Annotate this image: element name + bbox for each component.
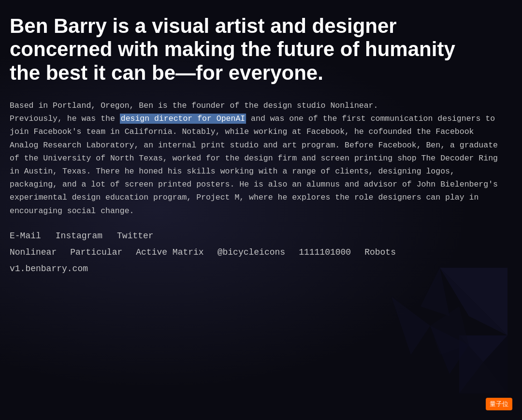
bio-highlight: design director for OpenAI	[120, 114, 246, 124]
nonlinear-link[interactable]: Nonlinear	[10, 247, 57, 257]
watermark-badge: 量子位	[486, 398, 512, 410]
bicycle-icons-link[interactable]: @bicycleicons	[218, 247, 285, 257]
bio-part1: Based in Portland, Oregon, Ben is the fo…	[10, 101, 378, 110]
bio-part2: Previously, he was the	[10, 114, 120, 123]
footer-site-link[interactable]: v1.benbarry.com	[10, 264, 503, 274]
binary-link[interactable]: 1111101000	[299, 247, 351, 257]
robots-link[interactable]: Robots	[364, 247, 396, 257]
page-headline: Ben Barry is a visual artist and designe…	[10, 14, 483, 85]
bio-part3: and was one of the first communication d…	[10, 114, 498, 216]
email-link[interactable]: E-Mail	[10, 231, 41, 241]
active-matrix-link[interactable]: Active Matrix	[136, 247, 203, 257]
site-url[interactable]: v1.benbarry.com	[10, 264, 88, 274]
bio-paragraph: Based in Portland, Oregon, Ben is the fo…	[10, 99, 503, 217]
twitter-link[interactable]: Twitter	[117, 231, 154, 241]
social-links-row: E-Mail Instagram Twitter	[10, 231, 503, 241]
particular-link[interactable]: Particular	[70, 247, 122, 257]
projects-row: Nonlinear Particular Active Matrix @bicy…	[10, 247, 503, 257]
instagram-link[interactable]: Instagram	[56, 231, 102, 241]
